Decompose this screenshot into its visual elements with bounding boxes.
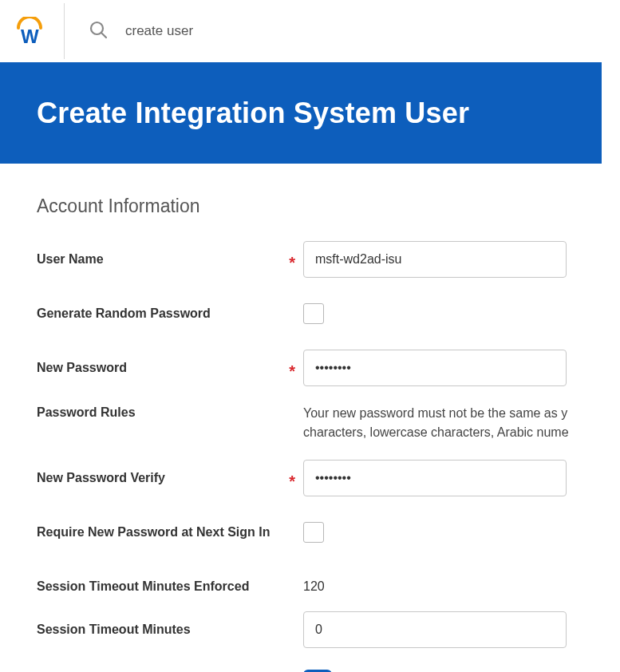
workday-logo[interactable]: W: [11, 17, 48, 45]
row-require-new-password: Require New Password at Next Sign In: [37, 514, 620, 551]
user-name-field[interactable]: [303, 241, 567, 278]
label-new-password: New Password: [37, 361, 127, 375]
require-new-password-checkbox[interactable]: [303, 522, 324, 543]
row-generate-random-password: Generate Random Password: [37, 295, 620, 332]
search-icon: [89, 20, 108, 42]
required-icon: *: [289, 254, 295, 272]
label-generate-random-password: Generate Random Password: [37, 306, 211, 321]
row-new-password: New Password *: [37, 350, 620, 386]
search-text: create user: [125, 23, 193, 39]
label-new-password-verify: New Password Verify: [37, 471, 165, 485]
label-session-timeout-enforced: Session Timeout Minutes Enforced: [37, 579, 249, 594]
topbar: W create user: [0, 0, 620, 62]
new-password-field[interactable]: [303, 350, 567, 386]
generate-random-password-checkbox[interactable]: [303, 303, 324, 324]
divider: [64, 3, 65, 59]
page-banner: Create Integration System User: [0, 62, 602, 164]
section-title: Account Information: [37, 196, 620, 217]
session-timeout-enforced-value: 120: [303, 579, 325, 594]
page-title: Create Integration System User: [37, 97, 469, 130]
row-user-name: User Name *: [37, 241, 620, 278]
label-user-name: User Name: [37, 252, 104, 267]
session-timeout-minutes-field[interactable]: [303, 611, 567, 648]
content: Account Information User Name * Generate…: [0, 164, 620, 672]
label-session-timeout-minutes: Session Timeout Minutes: [37, 623, 191, 637]
required-icon: *: [289, 362, 295, 381]
row-do-not-allow-ui: Do Not Allow UI Sessions: [37, 666, 620, 672]
new-password-verify-field[interactable]: [303, 460, 567, 496]
label-require-new-password: Require New Password at Next Sign In: [37, 525, 271, 540]
row-password-rules: Password Rules Your new password must no…: [37, 404, 620, 442]
row-session-timeout-enforced: Session Timeout Minutes Enforced 120: [37, 568, 620, 605]
row-new-password-verify: New Password Verify *: [37, 460, 620, 496]
row-session-timeout-minutes: Session Timeout Minutes: [37, 611, 620, 648]
svg-text:W: W: [21, 26, 39, 45]
search-box[interactable]: create user: [89, 20, 193, 42]
password-rules-text: Your new password must not be the same a…: [303, 404, 606, 442]
label-password-rules: Password Rules: [37, 405, 136, 420]
required-icon: *: [289, 472, 295, 491]
svg-line-2: [101, 33, 106, 38]
